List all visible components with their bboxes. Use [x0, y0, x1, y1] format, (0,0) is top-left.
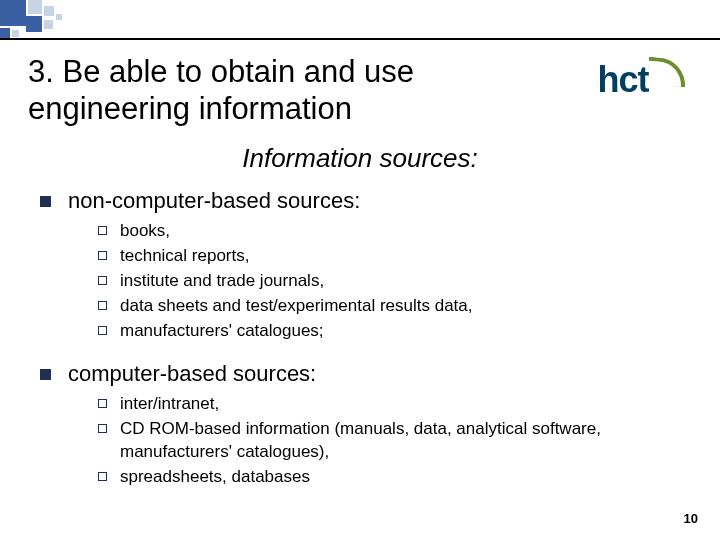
list-item: data sheets and test/experimental result…	[98, 295, 692, 318]
bullet-list-level2: books, technical reports, institute and …	[68, 214, 692, 355]
section-heading: non-computer-based sources: books, techn…	[40, 188, 692, 355]
section-heading: computer-based sources: inter/intranet, …	[40, 361, 692, 501]
list-item: institute and trade journals,	[98, 270, 692, 293]
bullet-list-level2: inter/intranet, CD ROM-based information…	[68, 387, 692, 501]
list-item: technical reports,	[98, 245, 692, 268]
list-item: books,	[98, 220, 692, 243]
horizontal-rule	[0, 38, 720, 40]
section-heading-text: non-computer-based sources:	[68, 188, 360, 213]
list-item: CD ROM-based information (manuals, data,…	[98, 418, 692, 464]
list-item: manufacturers' catalogues;	[98, 320, 692, 343]
bullet-list-level1: non-computer-based sources: books, techn…	[28, 188, 692, 500]
page-number: 10	[684, 511, 698, 526]
slide-title: 3. Be able to obtain and use engineering…	[28, 54, 468, 127]
list-item: spreadsheets, databases	[98, 466, 692, 489]
corner-decoration	[0, 0, 160, 40]
slide-content: 3. Be able to obtain and use engineering…	[28, 54, 692, 522]
slide-subtitle: Information sources:	[28, 143, 692, 174]
list-item: inter/intranet,	[98, 393, 692, 416]
section-heading-text: computer-based sources:	[68, 361, 316, 386]
